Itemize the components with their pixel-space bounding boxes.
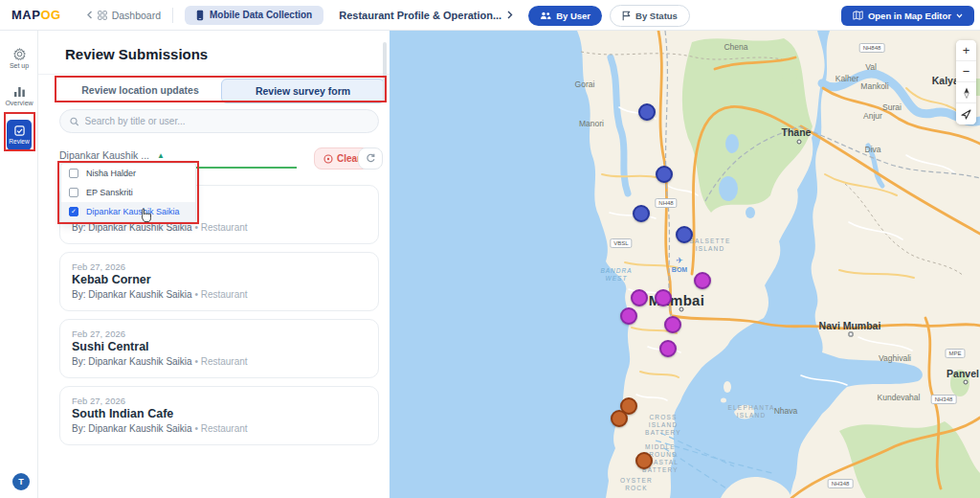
refresh-button[interactable] xyxy=(358,147,383,170)
dropdown-option-label: Nisha Halder xyxy=(86,169,136,178)
sidebar-overview-label: Overview xyxy=(5,100,33,106)
user-avatar[interactable]: T xyxy=(12,473,30,490)
submission-card[interactable]: Feb 27, 2026Sushi CentralBy: Dipankar Ka… xyxy=(59,319,379,378)
zoom-in-button[interactable]: + xyxy=(956,40,976,61)
compass-button[interactable] xyxy=(956,82,976,103)
sidebar-item-review[interactable]: Review xyxy=(0,120,38,150)
city-dot xyxy=(797,140,802,145)
refresh-icon xyxy=(366,153,376,164)
checkbox-unchecked-icon[interactable] xyxy=(69,188,78,197)
sidebar-item-overview[interactable]: Overview xyxy=(0,86,38,106)
map-icon xyxy=(853,11,863,20)
by-status-label: By Status xyxy=(635,11,678,21)
card-title: South Indian Cafe xyxy=(72,407,367,423)
map-marker-blue[interactable] xyxy=(633,205,650,222)
city-dot xyxy=(849,332,854,337)
user-filter-dropdown-menu: Nisha HalderEP Sanskriti✓Dipankar Kaushi… xyxy=(60,163,196,222)
checkbox-icon xyxy=(14,125,25,136)
topbar-actions: By User By Status Open in Map Editor xyxy=(528,0,974,31)
search-input[interactable] xyxy=(85,116,369,126)
dropdown-option[interactable]: EP Sanskriti xyxy=(61,183,195,202)
map-base-layer xyxy=(390,31,980,498)
map-controls: + − xyxy=(956,40,976,124)
icon-sidebar: Set up Overview Review T xyxy=(0,31,38,498)
map-marker-magenta[interactable] xyxy=(694,272,711,289)
map-marker-orange[interactable] xyxy=(611,410,628,427)
map-marker-blue[interactable] xyxy=(656,166,673,183)
card-date: Feb 27, 2026 xyxy=(72,261,367,273)
locate-button[interactable] xyxy=(956,103,976,124)
search-icon xyxy=(70,117,79,126)
card-byline: By: Dipankar Kaushik Saikia • Restaurant xyxy=(72,289,367,300)
card-category: • Restaurant xyxy=(194,423,247,434)
card-category: • Restaurant xyxy=(194,222,247,233)
card-byline: By: Dipankar Kaushik Saikia • Restaurant xyxy=(72,356,367,367)
by-user-button[interactable]: By User xyxy=(528,6,602,26)
map-marker-magenta[interactable] xyxy=(620,307,637,325)
checkbox-checked-icon[interactable]: ✓ xyxy=(69,207,78,216)
logo-og-text: OG xyxy=(40,8,60,22)
map-marker-blue[interactable] xyxy=(676,226,693,243)
locate-arrow-icon xyxy=(961,109,971,120)
map-marker-magenta[interactable] xyxy=(664,316,681,333)
chevron-down-icon xyxy=(956,13,963,18)
review-panel: Review Submissions Review location updat… xyxy=(38,31,390,498)
map-marker-magenta[interactable] xyxy=(631,289,648,306)
dashboard-label: Dashboard xyxy=(112,10,161,21)
user-filter-selected: Dipankar Kaushik ... xyxy=(59,149,149,161)
submission-card[interactable]: Feb 27, 2026Kebab CornerBy: Dipankar Kau… xyxy=(59,252,379,311)
card-category: • Restaurant xyxy=(194,356,247,367)
city-dot xyxy=(679,307,684,312)
card-title: Sushi Central xyxy=(72,340,367,356)
dashboard-back-button[interactable]: Dashboard xyxy=(86,10,161,21)
bar-chart-icon xyxy=(13,86,26,98)
page-title: Review Submissions xyxy=(38,31,390,75)
grid-icon xyxy=(98,11,107,20)
submission-card[interactable]: Feb 27, 2026South Indian CafeBy: Dipanka… xyxy=(59,386,379,445)
map-marker-magenta[interactable] xyxy=(659,340,677,357)
dropdown-option[interactable]: ✓Dipankar Kaushik Saikia xyxy=(61,202,195,221)
compass-icon xyxy=(962,87,971,99)
topbar-divider xyxy=(172,8,173,23)
tab-review-location-updates[interactable]: Review location updates xyxy=(59,79,221,103)
map-marker-magenta[interactable] xyxy=(655,289,672,306)
clear-circle-icon xyxy=(323,154,333,164)
phone-icon xyxy=(196,10,204,21)
review-active-tile[interactable]: Review xyxy=(7,120,32,150)
tab-review-survey-form[interactable]: Review survey form xyxy=(221,79,385,103)
review-tabs: Review location updates Review survey fo… xyxy=(59,79,385,103)
gear-icon xyxy=(13,48,26,60)
card-byline: By: Dipankar Kaushik Saikia • Restaurant xyxy=(72,222,367,233)
submission-list: By: Dipankar Kaushik Saikia • Restaurant… xyxy=(59,185,379,453)
card-category: • Restaurant xyxy=(194,289,247,300)
sidebar-review-label: Review xyxy=(9,138,29,145)
map-canvas[interactable]: ChenaGoraiManoriKalherValMankoliSuraiAnj… xyxy=(390,31,980,498)
by-status-button[interactable]: By Status xyxy=(610,5,690,27)
mobile-data-collection-button[interactable]: Mobile Data Collection xyxy=(185,6,323,25)
user-filter-dropdown-trigger[interactable]: Dipankar Kaushik ... ▲ xyxy=(59,149,165,161)
card-title: Kebab Corner xyxy=(72,273,367,289)
panel-scrollbar[interactable] xyxy=(383,42,387,102)
dropdown-option-label: EP Sanskriti xyxy=(86,188,133,197)
card-byline: By: Dipankar Kaushik Saikia • Restaurant xyxy=(72,423,367,434)
app-root: MAPOG Dashboard Mobile Data Collection R… xyxy=(0,0,980,498)
by-user-label: By User xyxy=(556,11,590,21)
open-in-map-editor-button[interactable]: Open in Map Editor xyxy=(841,6,974,26)
flag-icon xyxy=(622,11,631,21)
breadcrumb-label: Restaurant Profile & Operation... xyxy=(339,10,501,21)
sidebar-setup-label: Set up xyxy=(10,62,29,69)
sidebar-item-setup[interactable]: Set up xyxy=(0,48,38,69)
mobile-data-collection-label: Mobile Data Collection xyxy=(210,10,312,20)
map-marker-orange[interactable] xyxy=(635,452,653,469)
breadcrumb[interactable]: Restaurant Profile & Operation... xyxy=(339,10,513,21)
map-marker-blue[interactable] xyxy=(638,103,656,121)
users-icon xyxy=(540,11,551,20)
card-date: Feb 27, 2026 xyxy=(72,328,367,340)
caret-up-icon: ▲ xyxy=(157,151,165,160)
zoom-out-button[interactable]: − xyxy=(956,61,976,82)
open-in-map-editor-label: Open in Map Editor xyxy=(868,11,951,21)
checkbox-unchecked-icon[interactable] xyxy=(69,169,78,178)
search-box[interactable] xyxy=(59,109,379,133)
dropdown-option[interactable]: Nisha Halder xyxy=(61,164,195,183)
logo-map-text: MAP xyxy=(11,8,40,22)
